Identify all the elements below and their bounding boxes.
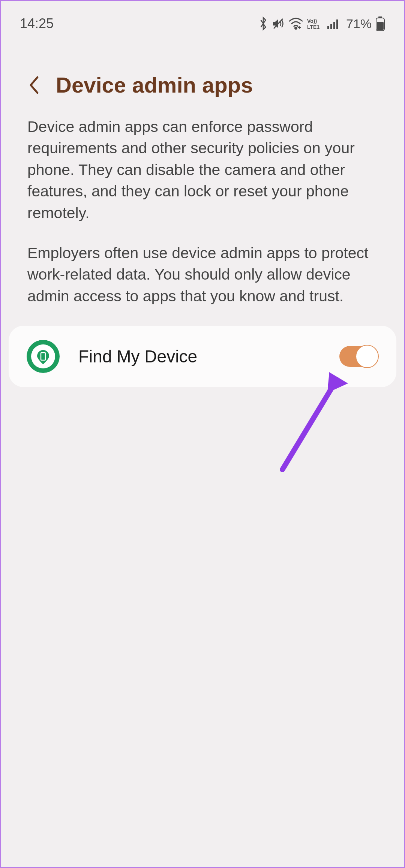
svg-rect-5	[327, 26, 329, 29]
bluetooth-icon	[258, 16, 268, 31]
battery-percent: 71%	[346, 16, 372, 31]
signal-icon	[327, 18, 341, 29]
wifi-icon	[288, 18, 303, 30]
page-header: Device admin apps	[1, 39, 404, 116]
description-p2: Employers often use device admin apps to…	[27, 242, 378, 307]
chevron-left-icon	[28, 76, 40, 94]
svg-text:Vo)): Vo))	[307, 18, 317, 24]
svg-rect-11	[377, 22, 384, 30]
status-time: 14:25	[20, 16, 54, 31]
svg-line-13	[282, 380, 337, 470]
battery-icon	[375, 16, 385, 31]
find-my-device-icon	[27, 340, 60, 373]
mute-icon	[272, 17, 285, 30]
toggle-knob	[356, 345, 379, 368]
back-button[interactable]	[27, 74, 41, 96]
page-title: Device admin apps	[56, 72, 253, 97]
svg-point-2	[295, 27, 297, 29]
svg-rect-8	[336, 19, 338, 29]
toggle-switch[interactable]	[339, 346, 378, 367]
description-text: Device admin apps can enforce password r…	[1, 116, 404, 307]
app-row[interactable]: Find My Device	[9, 326, 396, 387]
svg-rect-7	[333, 22, 335, 29]
status-bar: 14:25 Vo)) LTE1 71%	[1, 1, 404, 39]
volte-icon: Vo)) LTE1	[307, 18, 324, 30]
app-name: Find My Device	[78, 346, 321, 367]
svg-rect-6	[330, 24, 332, 29]
description-p1: Device admin apps can enforce password r…	[27, 116, 378, 224]
status-icons: Vo)) LTE1 71%	[258, 16, 385, 31]
svg-text:LTE1: LTE1	[307, 24, 320, 30]
